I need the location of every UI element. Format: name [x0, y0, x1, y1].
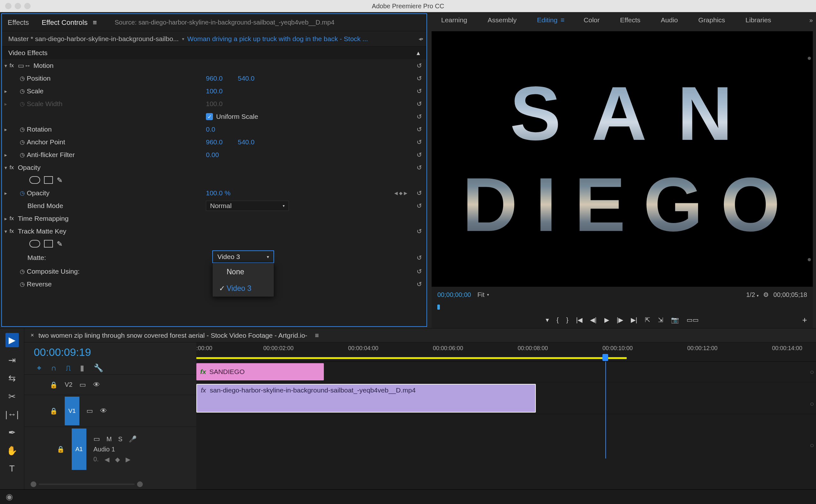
minimize-window-icon[interactable] [15, 3, 21, 9]
go-to-in-icon[interactable]: |◀ [576, 316, 582, 324]
play-icon[interactable]: ▶ [604, 316, 609, 324]
stopwatch-icon[interactable]: ◷ [20, 281, 27, 288]
track-select-tool-icon[interactable]: ⇥ [8, 355, 16, 365]
mute-button[interactable]: M [106, 436, 112, 443]
selection-tool-icon[interactable]: ▶ [5, 333, 19, 347]
opacity-effect-label[interactable]: Opacity [18, 164, 40, 171]
scale-value[interactable]: 100.0 [206, 87, 223, 95]
mark-in-icon[interactable]: { [557, 316, 559, 324]
add-keyframe-icon[interactable]: ◆ [115, 456, 120, 463]
stopwatch-icon[interactable]: ◷ [20, 268, 27, 275]
antiflicker-value[interactable]: 0.00 [206, 151, 219, 159]
workspace-effects[interactable]: Effects [620, 16, 640, 24]
workspace-editing[interactable]: Editing ≡ [537, 16, 563, 24]
timeline-tracks-area[interactable]: :00:00 00:00:02:00 00:00:04:00 00:00:06:… [196, 342, 816, 489]
toggle-track-output-icon[interactable]: 👁 [93, 381, 100, 389]
pen-tool-icon[interactable]: ✒ [8, 427, 16, 438]
go-to-out-icon[interactable]: ▶| [631, 316, 637, 324]
fx-badge-icon[interactable]: fx [10, 62, 18, 69]
workspace-color[interactable]: Color [584, 16, 600, 24]
anchor-y-value[interactable]: 540.0 [238, 138, 255, 146]
ripple-edit-tool-icon[interactable]: ⇆ [8, 373, 16, 384]
lock-icon[interactable]: 🔒 [50, 407, 58, 415]
fx-badge-icon[interactable]: fx [10, 215, 18, 222]
reset-icon[interactable]: ↺ [417, 254, 422, 262]
reset-icon[interactable]: ↺ [417, 227, 422, 235]
lift-icon[interactable]: ⇱ [645, 316, 650, 324]
workspace-audio[interactable]: Audio [661, 16, 678, 24]
keyframe-mode-icon[interactable]: 0. [93, 456, 99, 463]
ellipse-mask-icon[interactable] [29, 176, 40, 184]
vscroll-knob[interactable]: ○ [810, 400, 814, 408]
reset-icon[interactable]: ↺ [417, 100, 422, 108]
track-lane-v1[interactable]: fxsan-diego-harbor-skyline-in-background… [196, 382, 816, 414]
collapse-icon[interactable]: ▴ [417, 49, 420, 57]
reset-icon[interactable]: ↺ [417, 75, 422, 82]
playhead-icon[interactable] [603, 354, 608, 361]
reset-icon[interactable]: ↺ [417, 62, 422, 69]
lock-icon[interactable]: 🔒 [57, 445, 65, 453]
source-patch-a1[interactable]: A1 [72, 428, 86, 470]
timeline-timecode[interactable]: 00:00:09:19 [34, 346, 91, 358]
master-clip-label[interactable]: Master * san-diego-harbor-skyline-in-bac… [8, 35, 179, 43]
program-zoom-fit[interactable]: Fit▾ [478, 291, 489, 299]
disclosure-icon[interactable]: ▾ [2, 228, 10, 234]
add-marker-icon[interactable]: ⎍ [66, 364, 70, 372]
reset-icon[interactable]: ↺ [417, 87, 422, 95]
uniform-scale-checkbox[interactable]: ✓ [206, 113, 213, 120]
stopwatch-icon[interactable]: ◷ [20, 139, 27, 146]
disclosure-icon[interactable]: ▾ [2, 63, 10, 69]
toggle-track-output-icon[interactable]: 👁 [100, 407, 107, 415]
track-lane-v2[interactable]: fxSANDIEGO [196, 362, 816, 382]
stopwatch-icon[interactable]: ◷ [20, 88, 27, 95]
disclosure-icon[interactable]: ▸ [2, 126, 10, 133]
step-back-icon[interactable]: ◀| [590, 316, 596, 324]
rect-mask-icon[interactable] [44, 240, 53, 248]
slip-tool-icon[interactable]: |↔| [5, 409, 19, 420]
close-window-icon[interactable] [5, 3, 11, 9]
vscroll-knob[interactable]: ○ [810, 368, 814, 376]
sequence-link[interactable]: Woman driving a pick up truck with dog i… [187, 35, 368, 43]
zoom-handle-left[interactable] [31, 481, 36, 487]
program-scrubber[interactable] [432, 303, 813, 312]
vscroll-knob[interactable]: ○ [810, 441, 814, 450]
blend-mode-dropdown[interactable]: Normal▾ [206, 201, 289, 211]
sync-lock-icon[interactable]: ▭ [93, 435, 100, 443]
settings-icon[interactable]: ⚙ [763, 291, 769, 299]
prev-keyframe-icon[interactable]: ◀ [105, 456, 109, 463]
workspace-learning[interactable]: Learning [441, 16, 467, 24]
tab-source-monitor[interactable]: Source: san-diego-harbor-skyline-in-back… [115, 19, 334, 26]
tab-effects[interactable]: Effects [8, 18, 29, 27]
lock-icon[interactable]: 🔒 [50, 381, 58, 389]
solo-button[interactable]: S [118, 436, 122, 443]
workspace-assembly[interactable]: Assembly [488, 16, 517, 24]
hand-tool-icon[interactable]: ✋ [6, 445, 18, 456]
matte-dropdown[interactable]: Video 3 ▾ [212, 250, 274, 263]
reset-icon[interactable]: ↺ [417, 164, 422, 171]
workspace-libraries[interactable]: Libraries [746, 16, 771, 24]
panel-menu-icon[interactable]: ≡ [93, 18, 96, 26]
rotation-value[interactable]: 0.0 [206, 126, 215, 133]
stopwatch-icon[interactable]: ◷ [20, 151, 27, 158]
mark-out-icon[interactable]: } [567, 316, 569, 324]
sync-lock-icon[interactable]: ▭ [86, 407, 93, 415]
track-matte-key-label[interactable]: Track Matte Key [18, 227, 66, 235]
program-timecode-left[interactable]: 00;00;00;00 [437, 291, 471, 299]
program-resolution[interactable]: 1/2 ▾ [746, 291, 759, 299]
step-forward-icon[interactable]: |▶ [617, 316, 623, 324]
razor-tool-icon[interactable]: ✂ [8, 391, 16, 402]
pen-mask-icon[interactable]: ✎ [57, 240, 62, 248]
comparison-view-icon[interactable]: ▭▭ [687, 316, 699, 324]
track-lane-a1[interactable] [196, 414, 816, 458]
type-tool-icon[interactable]: T [9, 464, 15, 474]
reset-icon[interactable]: ↺ [417, 138, 422, 146]
disclosure-icon[interactable]: ▸ [2, 88, 10, 94]
creative-cloud-icon[interactable]: ◉ [6, 492, 13, 502]
stopwatch-icon[interactable]: ◷ [20, 126, 27, 133]
pen-mask-icon[interactable]: ✎ [57, 176, 62, 184]
clip-v2-sandiego[interactable]: fxSANDIEGO [196, 363, 324, 380]
reset-icon[interactable]: ↺ [417, 126, 422, 133]
zoom-slider[interactable] [39, 484, 134, 485]
sequence-name[interactable]: two women zip lining through snow covere… [39, 332, 307, 339]
reset-icon[interactable]: ↺ [417, 268, 422, 275]
